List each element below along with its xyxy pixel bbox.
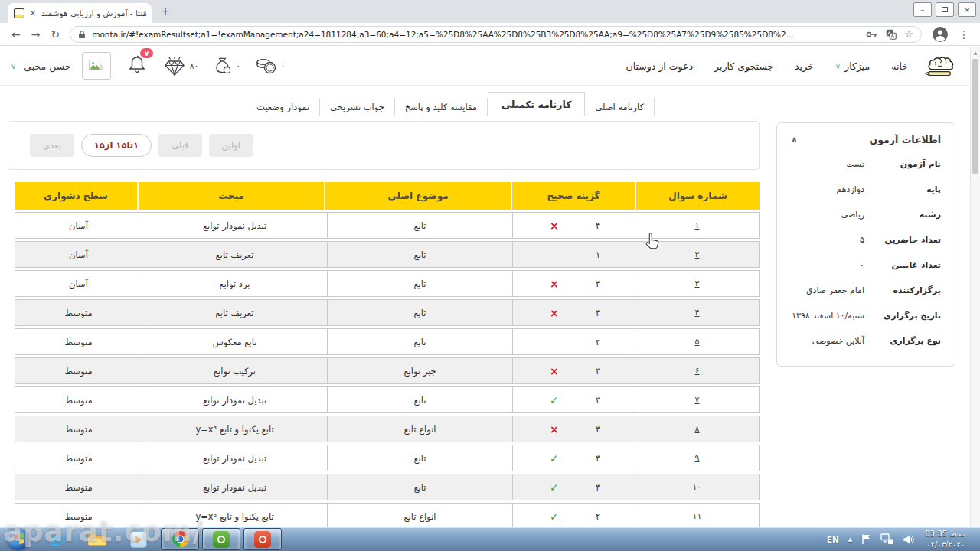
exam-info-row: تاریخ برگزاری شنبه/۱۰ اسفند ۱۳۹۸	[791, 303, 941, 328]
field-value: تست	[791, 159, 864, 169]
report-tab[interactable]: کارنامه تکمیلی	[488, 92, 585, 116]
difficulty-cell: متوسط	[15, 300, 142, 325]
new-tab-button[interactable]: +	[158, 5, 173, 20]
coins-counter[interactable]: ۰	[256, 57, 285, 74]
question-number-link[interactable]: ۴	[695, 308, 700, 318]
taskbar-media-player-button[interactable]: ▶	[119, 528, 158, 550]
taskbar-chrome-button[interactable]	[161, 528, 199, 550]
chevron-up-icon[interactable]: ∧	[791, 135, 798, 145]
report-tab[interactable]: نمودار وضعیت	[247, 98, 320, 116]
question-number-link[interactable]: ۶	[695, 366, 700, 376]
notification-badge: ۷	[140, 48, 153, 58]
address-bar[interactable]: monta.ir/#!examResultset;a1=!examManagem…	[70, 26, 922, 43]
pagination-next-button[interactable]: بعدی	[30, 134, 74, 157]
user-name[interactable]: حسن محبی	[24, 60, 70, 72]
monta-logo-icon[interactable]	[923, 52, 959, 80]
taskbar-ie-button[interactable]: e	[37, 528, 75, 550]
pagination-prev-button[interactable]: قبلی	[158, 134, 201, 157]
window-restore-button[interactable]	[936, 2, 954, 17]
field-value: امام جعفر صادق	[791, 285, 864, 295]
option-number: ۳	[596, 395, 600, 406]
tab-close-icon[interactable]: ×	[29, 8, 37, 18]
browser-tab[interactable]: مُنتا - آموزش و ارزیابی هوشمند ×	[8, 3, 152, 23]
browser-tab-bar: مُنتا - آموزش و ارزیابی هوشمند × + – ×	[0, 0, 980, 23]
network-icon[interactable]	[880, 533, 893, 545]
question-number-link[interactable]: ۱	[695, 220, 700, 230]
question-number-link[interactable]: ۸	[695, 424, 700, 434]
nav-item[interactable]: جستجوی کاربر	[714, 60, 773, 72]
broken-image-icon	[89, 59, 104, 73]
language-indicator[interactable]: EN	[827, 535, 839, 544]
question-number-cell: ۸	[635, 416, 759, 442]
tray-expand-icon[interactable]: ▲	[848, 536, 852, 543]
forward-icon[interactable]: →	[31, 28, 41, 41]
folder-icon	[87, 532, 107, 547]
chevron-down-icon: ∨	[835, 62, 841, 70]
question-number-link[interactable]: ۹	[695, 453, 700, 463]
page-scrollbar[interactable]: ▲	[970, 47, 980, 527]
diamond-icon	[163, 56, 186, 76]
wallet-counter[interactable]: ۰	[214, 57, 240, 75]
coins-icon	[256, 57, 276, 74]
nav-item-label: خرید	[795, 60, 814, 72]
start-button[interactable]	[8, 529, 29, 550]
question-number-link[interactable]: ۲	[695, 249, 700, 259]
scrollbar-thumb[interactable]	[972, 59, 978, 174]
browser-profile-icon[interactable]	[933, 27, 948, 42]
user-menu-chevron-icon[interactable]: ∨	[11, 62, 16, 70]
user-avatar[interactable]	[82, 52, 111, 80]
nav-item[interactable]: دعوت از دوستان	[626, 60, 693, 72]
report-tab[interactable]: کارنامه اصلی	[585, 98, 655, 116]
column-header-main-subject: موضوع اصلی	[325, 182, 511, 210]
difficulty-cell: متوسط	[15, 358, 142, 383]
report-tab[interactable]: مقایسه کلید و پاسخ	[395, 98, 488, 116]
taskbar-explorer-button[interactable]	[78, 528, 116, 550]
window-minimize-button[interactable]: –	[913, 2, 932, 17]
volume-icon[interactable]	[903, 534, 914, 545]
answer-mark: ×	[547, 423, 561, 435]
question-number-link[interactable]: ۷	[695, 395, 700, 405]
question-number-link[interactable]: ۳	[695, 279, 700, 289]
topic-cell: تعریف تابع	[142, 300, 328, 325]
key-icon[interactable]	[866, 31, 878, 38]
reload-icon[interactable]: ↻	[51, 28, 60, 41]
pagination-bar: اولین قبلی ۱تا۱۵ از۱۵ بعدی	[8, 121, 760, 170]
exam-info-row: پایه دوازدهم	[791, 177, 941, 202]
field-value: آنلاین خصوصی	[791, 336, 864, 346]
option-number: ۳	[596, 279, 600, 289]
scrollbar-up-arrow[interactable]: ▲	[971, 47, 980, 57]
pagination-first-button[interactable]: اولین	[209, 134, 253, 157]
action-center-flag-icon[interactable]	[861, 533, 871, 545]
question-number-cell: ۴	[635, 300, 759, 325]
window-close-button[interactable]: ×	[958, 2, 976, 17]
taskbar-clock[interactable]: ب.ظ 03:35 ۰۲/۰۳/۲۰۲۰	[925, 529, 966, 549]
diamonds-counter[interactable]: ۸۰	[163, 56, 199, 76]
translate-icon[interactable]	[886, 29, 897, 40]
question-number-link[interactable]: ۵	[695, 337, 700, 347]
field-value: ۰	[791, 260, 864, 270]
nav-item[interactable]: خانه	[891, 60, 908, 72]
report-tab[interactable]: جواب تشریحی	[320, 98, 395, 116]
answer-mark: ✓	[547, 510, 561, 523]
bookmark-star-icon[interactable]: ☆	[904, 28, 913, 40]
taskbar-camtasia-studio-button[interactable]	[202, 528, 240, 550]
table-body: ۱ ۴ × تابع تبدیل نمودار توابع آسان ۲	[15, 212, 760, 530]
difficulty-cell: متوسط	[15, 329, 142, 354]
site-favicon	[14, 8, 24, 18]
question-number-link[interactable]: ۱۰	[693, 482, 702, 492]
exam-info-header[interactable]: اطلاعات آزمون ∧	[791, 134, 941, 145]
results-panel: اولین قبلی ۱تا۱۵ از۱۵ بعدی شماره سوال گز…	[8, 121, 760, 530]
wallet-value: ۰	[236, 61, 240, 71]
field-label: تعداد حاضرین	[864, 235, 941, 245]
taskbar-camtasia-recorder-button[interactable]	[243, 528, 282, 550]
topic-cell: تابع معکوس	[142, 329, 328, 354]
browser-menu-icon[interactable]: ⋮	[959, 28, 969, 41]
nav-item[interactable]: میزکار ∨	[835, 60, 871, 72]
report-tab-label: کارنامه تکمیلی	[501, 99, 571, 110]
field-label: رشته	[864, 210, 941, 220]
back-icon[interactable]: ←	[11, 28, 21, 41]
nav-item[interactable]: خرید	[795, 60, 814, 72]
main-subject-cell: تابع	[328, 474, 513, 500]
notifications-button[interactable]: ۷	[128, 54, 146, 77]
question-number-link[interactable]: ۱۱	[693, 511, 702, 521]
